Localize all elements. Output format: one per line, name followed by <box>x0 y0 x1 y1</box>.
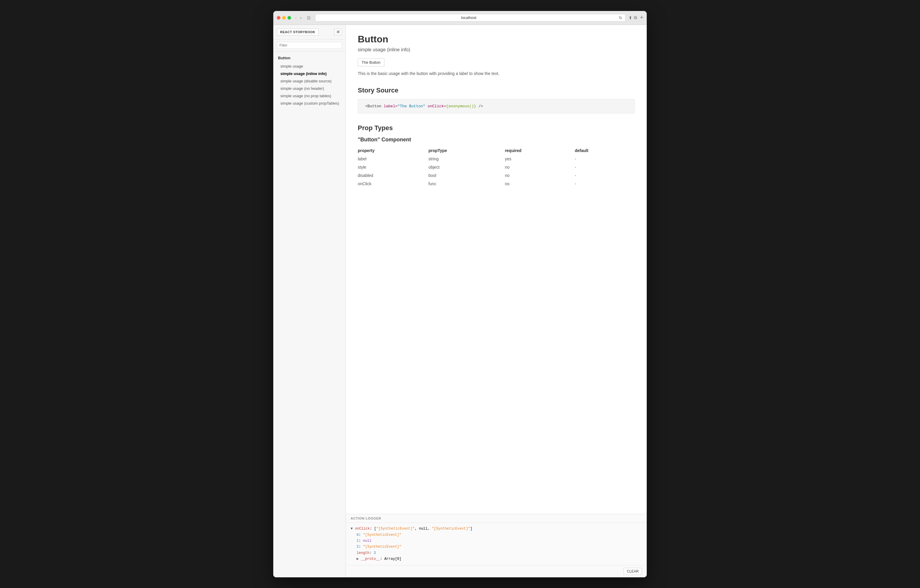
log-item-2: 2: "[SyntheticEvent]" <box>351 544 642 550</box>
sidebar-item-simple-usage-no-prop-tables[interactable]: simple usage (no prop tables) <box>273 92 346 100</box>
prop-types-section: "Button" Component property propType req… <box>358 137 635 188</box>
traffic-lights <box>277 16 291 19</box>
code-space <box>425 104 428 109</box>
browser-window: ‹ › ⊡ localhost ↻ ⬆ ⧉ + REACT STORYBOOK … <box>273 11 647 577</box>
sidebar-title: REACT STORYBOOK <box>277 28 319 36</box>
code-func-value: {anonymous()} <box>446 104 476 109</box>
prop-name-style: style <box>358 163 428 171</box>
log-colon: : [ <box>370 526 376 531</box>
prop-type-disabled: bool <box>428 171 505 180</box>
minimize-button[interactable] <box>282 16 286 19</box>
table-row: onClick func no - <box>358 180 635 188</box>
log-proto-value: Array[0] <box>384 557 402 561</box>
table-row: label string yes - <box>358 155 635 163</box>
cmd-key[interactable]: ⌘ <box>334 29 342 35</box>
action-logger-header: ACTION LOGGER <box>346 514 647 523</box>
sidebar-item-simple-usage-custom-prop-tables[interactable]: simple usage (custom propTables) <box>273 100 346 107</box>
collapse-arrow[interactable]: ▼ <box>351 526 355 531</box>
table-row: style object no - <box>358 163 635 171</box>
forward-button[interactable]: › <box>299 15 303 21</box>
log-bracket-close: ] <box>470 526 472 531</box>
sidebar-item-simple-usage-inline-info[interactable]: simple usage (inline info) <box>273 70 346 77</box>
log-value-2: "[SyntheticEvent]" <box>363 545 402 549</box>
log-colon-2: : <box>359 545 363 549</box>
sidebar-header: REACT STORYBOOK ⌘ <box>273 25 346 39</box>
log-proto-colon: : <box>380 557 384 561</box>
action-logger-footer: CLEAR <box>346 565 647 577</box>
component-title: "Button" Component <box>358 137 635 143</box>
browser-chrome: ‹ › ⊡ localhost ↻ ⬆ ⧉ + <box>273 11 647 25</box>
url-text: localhost <box>318 15 619 20</box>
close-button[interactable] <box>277 16 280 19</box>
log-string-2: "[SyntheticEvent]" <box>432 526 470 531</box>
prop-type-label: string <box>428 155 505 163</box>
back-button[interactable]: ‹ <box>294 15 298 21</box>
page-title: Button <box>358 34 635 45</box>
prop-name-disabled: disabled <box>358 171 428 180</box>
action-logger-content: ▼ onClick: ["[SyntheticEvent]", null, "[… <box>346 523 647 565</box>
prop-default-label: - <box>575 155 635 163</box>
story-description: This is the basic usage with the button … <box>358 71 635 76</box>
prop-default-disabled: - <box>575 171 635 180</box>
nav-section-title: Button <box>273 55 346 63</box>
prop-types-heading: Prop Types <box>358 122 635 132</box>
prop-type-onclick: func <box>428 180 505 188</box>
sidebar-search <box>273 39 346 52</box>
code-tag-open: <Button <box>365 104 384 109</box>
add-tab-button[interactable]: + <box>640 15 643 21</box>
address-bar[interactable]: localhost ↻ <box>315 14 626 22</box>
story-source-heading: Story Source <box>358 84 635 94</box>
col-header-required: required <box>505 146 575 155</box>
action-logger: ACTION LOGGER ▼ onClick: ["[SyntheticEve… <box>346 514 647 577</box>
sidebar-toggle-button[interactable]: ⊡ <box>306 15 312 21</box>
log-colon-length: : <box>369 551 373 555</box>
log-item-0: 0: "[SyntheticEvent]" <box>351 532 642 538</box>
fullscreen-button[interactable] <box>287 16 291 19</box>
prop-name-label: label <box>358 155 428 163</box>
sidebar: REACT STORYBOOK ⌘ Button simple usage si… <box>273 25 346 577</box>
table-row: disabled bool no - <box>358 171 635 180</box>
prop-required-disabled: no <box>505 171 575 180</box>
prop-table: property propType required default label… <box>358 146 635 188</box>
log-main-line[interactable]: ▼ onClick: ["[SyntheticEvent]", null, "[… <box>351 526 642 532</box>
story-subtitle: simple usage (inline info) <box>358 47 635 52</box>
prop-required-label: yes <box>505 155 575 163</box>
log-value-0: "[SyntheticEvent]" <box>363 533 402 537</box>
clone-tab-button[interactable]: ⧉ <box>634 15 637 20</box>
demo-button[interactable]: The Button <box>358 58 384 66</box>
clear-button[interactable]: CLEAR <box>624 568 642 575</box>
sidebar-nav: Button simple usage simple usage (inline… <box>273 52 346 577</box>
story-panel: Button simple usage (inline info) The Bu… <box>346 25 647 514</box>
log-proto[interactable]: ▶ __proto__: Array[0] <box>351 556 642 562</box>
prop-type-style: object <box>428 163 505 171</box>
nav-buttons: ‹ › <box>294 15 303 21</box>
code-block: <Button label="The Button" onClick={anon… <box>358 99 635 113</box>
log-length: length: 3 <box>351 550 642 556</box>
log-proto-key: __proto__ <box>361 557 380 561</box>
filter-input[interactable] <box>277 42 342 49</box>
log-length-value: 3 <box>374 551 376 555</box>
col-header-property: property <box>358 146 428 155</box>
sidebar-item-simple-usage-disable-source[interactable]: simple usage (disable source) <box>273 77 346 85</box>
col-header-default: default <box>575 146 635 155</box>
log-key-onclick: onClick <box>355 526 369 531</box>
col-header-proptype: propType <box>428 146 505 155</box>
code-string-value: "The Button" <box>397 104 425 109</box>
log-colon-0: : <box>359 533 363 537</box>
code-attr-onclick: onClick= <box>428 104 446 109</box>
share-button[interactable]: ⬆ <box>628 15 632 20</box>
sidebar-item-simple-usage[interactable]: simple usage <box>273 63 346 70</box>
prop-required-onclick: no <box>505 180 575 188</box>
log-value-1: null <box>363 539 372 543</box>
refresh-button[interactable]: ↻ <box>619 15 622 20</box>
log-length-key: length <box>356 551 369 555</box>
main-content: Button simple usage (inline info) The Bu… <box>346 25 647 577</box>
log-string-0: "[SyntheticEvent]" <box>376 526 415 531</box>
prop-default-style: - <box>575 163 635 171</box>
log-comma-0: , null, <box>415 526 432 531</box>
code-tag-close: /> <box>476 104 483 109</box>
sidebar-item-simple-usage-no-header[interactable]: simple usage (no header) <box>273 85 346 92</box>
expand-proto-arrow[interactable]: ▶ <box>356 557 361 561</box>
prop-default-onclick: - <box>575 180 635 188</box>
log-item-1: 1: null <box>351 538 642 544</box>
